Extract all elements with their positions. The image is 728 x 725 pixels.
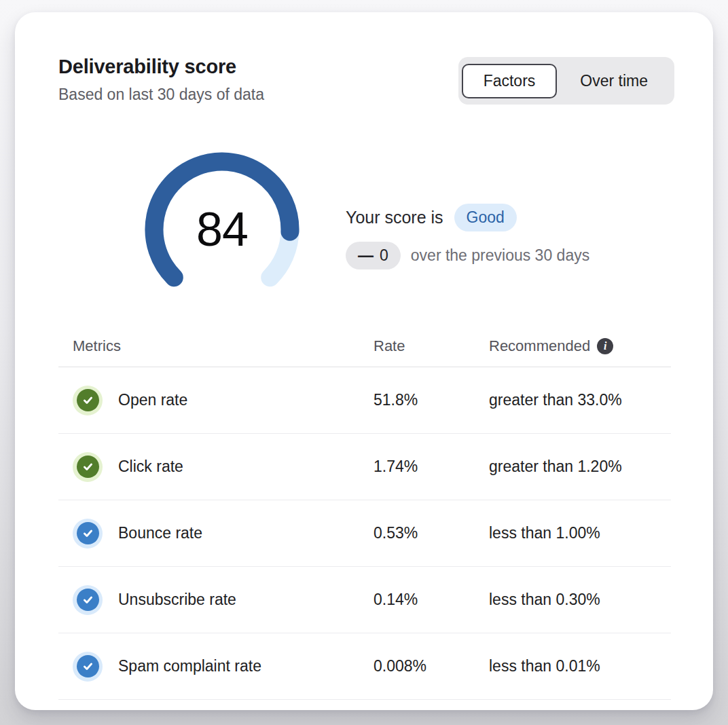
- header-rate: Rate: [374, 337, 489, 355]
- table-row: Unsubscribe rate0.14%less than 0.30%: [58, 567, 671, 633]
- table-row: Spam complaint rate0.008%less than 0.01%: [58, 633, 671, 700]
- metric-rate: 1.74%: [374, 458, 489, 476]
- table-row: Click rate1.74%greater than 1.20%: [58, 434, 671, 500]
- status-halo: [73, 519, 103, 549]
- status-halo: [73, 652, 103, 682]
- metrics-table-header: Metrics Rate Recommended i: [58, 326, 671, 367]
- metric-rate: 0.53%: [374, 524, 489, 542]
- score-value: 84: [137, 200, 307, 259]
- period-note: over the previous 30 days: [411, 246, 589, 265]
- metric-rate: 0.14%: [374, 591, 489, 609]
- score-prefix-text: Your score is: [346, 208, 443, 227]
- status-halo: [73, 386, 103, 415]
- page-subtitle: Based on last 30 days of data: [58, 86, 264, 104]
- check-icon: [81, 526, 95, 540]
- check-icon: [81, 659, 95, 673]
- metric-label: Unsubscribe rate: [118, 591, 236, 609]
- metric-recommended: less than 1.00%: [489, 524, 671, 542]
- header-recommended: Recommended: [489, 337, 590, 355]
- view-toggle: Factors Over time: [458, 57, 674, 105]
- delta-dash-icon: —: [358, 246, 373, 265]
- good-check-icon: [77, 456, 99, 478]
- table-row: Open rate51.8%greater than 33.0%: [58, 367, 671, 434]
- metric-recommended: greater than 1.20%: [489, 458, 671, 476]
- metric-label: Spam complaint rate: [118, 657, 261, 675]
- score-delta-pill: — 0: [346, 242, 401, 269]
- good-check-icon: [77, 389, 99, 411]
- info-icon[interactable]: i: [597, 338, 613, 354]
- tab-factors[interactable]: Factors: [462, 64, 558, 98]
- delta-value: 0: [380, 246, 388, 265]
- page-title: Deliverability score: [58, 56, 264, 78]
- metric-rate: 51.8%: [374, 391, 489, 409]
- card-header: Deliverability score Based on last 30 da…: [58, 56, 264, 104]
- blue-check-icon: [77, 589, 99, 611]
- check-icon: [81, 593, 95, 607]
- status-badge: Good: [454, 204, 517, 231]
- metric-label: Click rate: [118, 458, 183, 476]
- metric-label: Bounce rate: [118, 524, 202, 542]
- metric-rate: 0.008%: [374, 657, 489, 675]
- metric-recommended: less than 0.30%: [489, 591, 671, 609]
- status-halo: [73, 452, 103, 482]
- score-summary: Your score is Good — 0 over the previous…: [346, 204, 589, 269]
- blue-check-icon: [77, 655, 99, 677]
- metric-label: Open rate: [118, 391, 187, 409]
- deliverability-score-card: Deliverability score Based on last 30 da…: [15, 12, 713, 710]
- blue-check-icon: [77, 522, 99, 544]
- check-icon: [81, 393, 95, 407]
- check-icon: [81, 460, 95, 474]
- tab-over-time[interactable]: Over time: [557, 64, 671, 98]
- metrics-table-body: Open rate51.8%greater than 33.0%Click ra…: [58, 367, 671, 700]
- metric-recommended: greater than 33.0%: [489, 391, 671, 409]
- table-row: Bounce rate0.53%less than 1.00%: [58, 500, 671, 567]
- status-halo: [73, 585, 103, 615]
- metric-recommended: less than 0.01%: [489, 657, 671, 675]
- metrics-table: Metrics Rate Recommended i Open rate51.8…: [58, 326, 671, 700]
- header-metrics: Metrics: [58, 337, 374, 355]
